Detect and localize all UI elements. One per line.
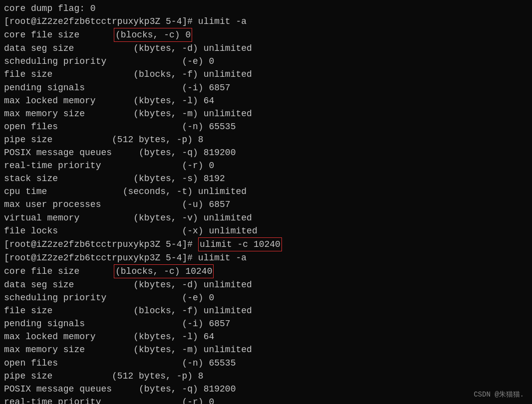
highlight-core-file-size-2: (blocks, -c) 10240	[114, 264, 214, 278]
line-open-files-2: open files (-n) 65535	[4, 357, 528, 370]
text-realtime-priority-2: real-time priority (-r) 0	[4, 396, 214, 404]
text-sched-priority-1: scheduling priority (-e) 0	[4, 55, 214, 68]
line-pipe-size-1: pipe size (512 bytes, -p) 8	[4, 133, 528, 146]
prompt-text-3: [root@iZ2ze2fzb6tcctrpuxykp3Z 5-4]# ulim…	[4, 251, 247, 264]
line-sched-priority-1: scheduling priority (-e) 0	[4, 55, 528, 68]
line-pipe-size-2: pipe size (512 bytes, -p) 8	[4, 370, 528, 383]
line-sched-priority-2: scheduling priority (-e) 0	[4, 291, 528, 304]
line-max-memory-size-1: max memory size (kbytes, -m) unlimited	[4, 107, 528, 120]
highlight-cmd-ulimit-c: ulimit -c 10240	[198, 237, 282, 251]
text-data-seg-size-2: data seg size (kbytes, -d) unlimited	[4, 278, 252, 291]
line-max-user-processes-1: max user processes (-u) 6857	[4, 198, 528, 211]
line-realtime-priority-2: real-time priority (-r) 0	[4, 396, 528, 404]
text-max-memory-size-1: max memory size (kbytes, -m) unlimited	[4, 107, 252, 120]
text-pending-signals-2: pending signals (-i) 6857	[4, 317, 231, 330]
line-pending-signals-2: pending signals (-i) 6857	[4, 317, 528, 330]
line-posix-msg-queues-1: POSIX message queues (bytes, -q) 819200	[4, 146, 528, 159]
line-data-seg-size-2: data seg size (kbytes, -d) unlimited	[4, 278, 528, 291]
label-core-file-size-2: core file size	[4, 265, 114, 278]
text-pipe-size-1: pipe size (512 bytes, -p) 8	[4, 133, 204, 146]
text-realtime-priority-1: real-time priority (-r) 0	[4, 159, 214, 172]
text-virtual-memory-1: virtual memory (kbytes, -v) unlimited	[4, 211, 252, 224]
line-pending-signals-1: pending signals (-i) 6857	[4, 81, 528, 94]
text-posix-msg-queues-2: POSIX message queues (bytes, -q) 819200	[4, 383, 236, 396]
line-file-size-1: file size (blocks, -f) unlimited	[4, 68, 528, 81]
line-virtual-memory-1: virtual memory (kbytes, -v) unlimited	[4, 211, 528, 224]
text-pipe-size-2: pipe size (512 bytes, -p) 8	[4, 370, 204, 383]
line-core-file-size-1: core file size (blocks, -c) 0	[4, 28, 528, 42]
text-cpu-time-1: cpu time (seconds, -t) unlimited	[4, 185, 247, 198]
watermark-text: CSDN @朱猫猫.	[474, 391, 524, 399]
line-core-file-size-2: core file size (blocks, -c) 10240	[4, 264, 528, 278]
text-file-locks-1: file locks (-x) unlimited	[4, 224, 258, 237]
line-max-locked-memory-1: max locked memory (kbytes, -l) 64	[4, 94, 528, 107]
text-posix-msg-queues-1: POSIX message queues (bytes, -q) 819200	[4, 146, 236, 159]
text-open-files-1: open files (-n) 65535	[4, 120, 236, 133]
text-sched-priority-2: scheduling priority (-e) 0	[4, 291, 214, 304]
line-core-dump-flag: core dump flag: 0	[4, 2, 528, 15]
text-core-dump-flag: core dump flag: 0	[4, 2, 96, 15]
text-open-files-2: open files (-n) 65535	[4, 357, 236, 370]
text-max-user-processes-1: max user processes (-u) 6857	[4, 198, 231, 211]
line-cpu-time-1: cpu time (seconds, -t) unlimited	[4, 185, 528, 198]
terminal-window: core dump flag: 0 [root@iZ2ze2fzb6tcctrp…	[0, 0, 532, 404]
line-open-files-1: open files (-n) 65535	[4, 120, 528, 133]
prompt-text-2: [root@iZ2ze2fzb6tcctrpuxykp3Z 5-4]#	[4, 238, 198, 251]
line-realtime-priority-1: real-time priority (-r) 0	[4, 159, 528, 172]
line-prompt-ulimit-c: [root@iZ2ze2fzb6tcctrpuxykp3Z 5-4]# ulim…	[4, 237, 528, 251]
label-core-file-size-1: core file size	[4, 28, 114, 41]
text-max-locked-memory-2: max locked memory (kbytes, -l) 64	[4, 330, 214, 343]
highlight-core-file-size-1: (blocks, -c) 0	[114, 28, 192, 42]
text-data-seg-size-1: data seg size (kbytes, -d) unlimited	[4, 42, 252, 55]
line-prompt-ulimit-2: [root@iZ2ze2fzb6tcctrpuxykp3Z 5-4]# ulim…	[4, 251, 528, 264]
text-max-locked-memory-1: max locked memory (kbytes, -l) 64	[4, 94, 214, 107]
line-posix-msg-queues-2: POSIX message queues (bytes, -q) 819200	[4, 383, 528, 396]
line-file-locks-1: file locks (-x) unlimited	[4, 224, 528, 237]
watermark: CSDN @朱猫猫.	[474, 390, 524, 399]
line-max-memory-size-2: max memory size (kbytes, -m) unlimited	[4, 343, 528, 356]
line-stack-size-1: stack size (kbytes, -s) 8192	[4, 172, 528, 185]
text-file-size-1: file size (blocks, -f) unlimited	[4, 68, 252, 81]
text-pending-signals-1: pending signals (-i) 6857	[4, 81, 231, 94]
line-file-size-2: file size (blocks, -f) unlimited	[4, 304, 528, 317]
prompt-text-1: [root@iZ2ze2fzb6tcctrpuxykp3Z 5-4]# ulim…	[4, 15, 247, 28]
text-stack-size-1: stack size (kbytes, -s) 8192	[4, 172, 225, 185]
text-file-size-2: file size (blocks, -f) unlimited	[4, 304, 252, 317]
line-prompt-ulimit-1: [root@iZ2ze2fzb6tcctrpuxykp3Z 5-4]# ulim…	[4, 15, 528, 28]
line-max-locked-memory-2: max locked memory (kbytes, -l) 64	[4, 330, 528, 343]
text-max-memory-size-2: max memory size (kbytes, -m) unlimited	[4, 343, 252, 356]
line-data-seg-size-1: data seg size (kbytes, -d) unlimited	[4, 42, 528, 55]
